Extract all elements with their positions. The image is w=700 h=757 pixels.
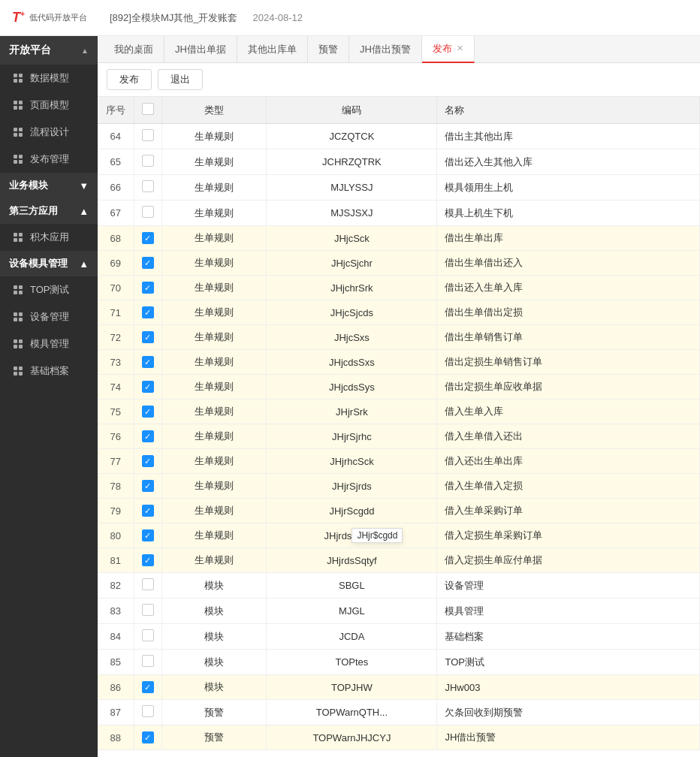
cell-code: JHjrSrk — [267, 400, 437, 424]
row-checkbox[interactable] — [142, 180, 154, 192]
row-checkbox[interactable] — [142, 480, 154, 492]
cell-seq: 72 — [98, 325, 134, 350]
cell-seq: 66 — [98, 175, 134, 201]
row-checkbox[interactable] — [142, 554, 154, 566]
basic-archive-icon — [12, 365, 24, 377]
row-checkbox[interactable] — [142, 505, 154, 517]
tab-jh-warning[interactable]: JH借出预警 — [349, 36, 422, 63]
table-row: 84模块JCDA基础档案 — [98, 624, 700, 650]
table-row: 88预警TOPWarnJHJCYJJH借出预警 — [98, 725, 700, 750]
row-checkbox[interactable] — [142, 430, 154, 442]
mold-mgmt-icon — [12, 338, 24, 350]
cell-checkbox[interactable] — [134, 400, 161, 424]
row-checkbox[interactable] — [142, 257, 154, 269]
logo-icon: T+ — [12, 10, 25, 26]
row-checkbox[interactable] — [142, 604, 154, 616]
row-checkbox[interactable] — [142, 705, 154, 717]
sidebar-item-label: 流程设计 — [30, 125, 69, 139]
cell-name: 借出主其他出库 — [437, 124, 700, 149]
exit-button[interactable]: 退出 — [158, 69, 203, 90]
sidebar-section-third-party[interactable]: 第三方应用 ▲ — [0, 198, 98, 224]
table-row: 70生单规则JHjchrSrk借出还入生单入库 — [98, 276, 700, 300]
sidebar-item-data-model[interactable]: 数据模型 — [0, 65, 98, 92]
tab-close-icon[interactable]: ✕ — [457, 44, 463, 53]
cell-type: 生单规则 — [161, 251, 267, 276]
tab-warning[interactable]: 预警 — [308, 36, 349, 63]
cell-type: 生单规则 — [161, 350, 267, 375]
cell-checkbox[interactable] — [134, 700, 161, 725]
cell-type: 生单规则 — [161, 375, 267, 400]
row-checkbox[interactable] — [142, 629, 154, 641]
cell-checkbox[interactable] — [134, 424, 161, 449]
sidebar-item-publish-mgmt[interactable]: 发布管理 — [0, 146, 98, 173]
sidebar-item-basic-archive[interactable]: 基础档案 — [0, 357, 98, 385]
cell-checkbox[interactable] — [134, 675, 161, 700]
breadcrumb-area: [892]全模块MJ其他_开发账套 2024-08-12 — [110, 11, 303, 25]
cell-seq: 67 — [98, 201, 134, 226]
sidebar-item-top-test[interactable]: TOP测试 — [0, 276, 98, 303]
cell-code: TOPWarnQTH... — [267, 700, 437, 725]
cell-name: 借出生单借出定损 — [437, 300, 700, 325]
sidebar-item-device-mgmt[interactable]: 设备管理 — [0, 303, 98, 330]
cell-checkbox[interactable] — [134, 573, 161, 599]
cell-checkbox[interactable] — [134, 650, 161, 675]
cell-checkbox[interactable] — [134, 523, 161, 548]
cell-checkbox[interactable] — [134, 325, 161, 350]
tab-desktop[interactable]: 我的桌面 — [104, 36, 164, 63]
cell-checkbox[interactable] — [134, 449, 161, 474]
cell-checkbox[interactable] — [134, 599, 161, 624]
publish-button[interactable]: 发布 — [107, 69, 152, 90]
cell-checkbox[interactable] — [134, 499, 161, 523]
row-checkbox[interactable] — [142, 578, 154, 590]
sidebar-item-lego-app[interactable]: 积木应用 — [0, 224, 98, 251]
row-checkbox[interactable] — [142, 731, 154, 743]
cell-checkbox[interactable] — [134, 201, 161, 226]
row-checkbox[interactable] — [142, 306, 154, 318]
cell-checkbox[interactable] — [134, 350, 161, 375]
sidebar-item-page-model[interactable]: 页面模型 — [0, 92, 98, 119]
lego-app-icon — [12, 231, 24, 243]
cell-checkbox[interactable] — [134, 175, 161, 201]
row-checkbox[interactable] — [142, 655, 154, 667]
cell-checkbox[interactable] — [134, 251, 161, 276]
select-all-checkbox[interactable] — [142, 103, 154, 115]
sidebar-item-process-design[interactable]: 流程设计 — [0, 119, 98, 146]
sidebar-item-mold-mgmt[interactable]: 模具管理 — [0, 330, 98, 357]
row-checkbox[interactable] — [142, 282, 154, 294]
row-checkbox[interactable] — [142, 155, 154, 167]
tab-publish[interactable]: 发布 ✕ — [422, 36, 475, 63]
row-checkbox[interactable] — [142, 381, 154, 393]
sidebar-section-open-platform[interactable]: 开放平台 ▲ — [0, 36, 98, 65]
cell-checkbox[interactable] — [134, 300, 161, 325]
cell-checkbox[interactable] — [134, 474, 161, 499]
cell-checkbox[interactable] — [134, 725, 161, 750]
cell-name: 借入定损生单应付单据 — [437, 548, 700, 573]
row-checkbox[interactable] — [142, 406, 154, 418]
cell-checkbox[interactable] — [134, 149, 161, 175]
cell-checkbox[interactable] — [134, 226, 161, 251]
tab-jh-borrow[interactable]: JH借出单据 — [164, 36, 237, 63]
cell-seq: 69 — [98, 251, 134, 276]
cell-checkbox[interactable] — [134, 276, 161, 300]
sidebar-item-label: 模具管理 — [30, 337, 69, 351]
cell-checkbox[interactable] — [134, 124, 161, 149]
sidebar-section-device-mold[interactable]: 设备模具管理 ▲ — [0, 251, 98, 276]
row-checkbox[interactable] — [142, 331, 154, 343]
table-row: 85模块TOPtesTOP测试 — [98, 650, 700, 675]
cell-checkbox[interactable] — [134, 548, 161, 573]
row-checkbox[interactable] — [142, 356, 154, 368]
cell-code: JHjrSjrhc — [267, 424, 437, 449]
sidebar-section-business[interactable]: 业务模块 ▼ — [0, 173, 98, 198]
tab-other-out[interactable]: 其他出库单 — [237, 36, 308, 63]
cell-checkbox[interactable] — [134, 624, 161, 650]
row-checkbox[interactable] — [142, 232, 154, 244]
row-checkbox[interactable] — [142, 206, 154, 218]
row-checkbox[interactable] — [142, 681, 154, 693]
table-row: 76生单规则JHjrSjrhc借入生单借入还出 — [98, 424, 700, 449]
row-checkbox[interactable] — [142, 129, 154, 141]
row-checkbox[interactable] — [142, 529, 154, 541]
row-checkbox[interactable] — [142, 455, 154, 467]
cell-seq: 86 — [98, 675, 134, 700]
cell-code: JCZQTCK — [267, 124, 437, 149]
cell-checkbox[interactable] — [134, 375, 161, 400]
